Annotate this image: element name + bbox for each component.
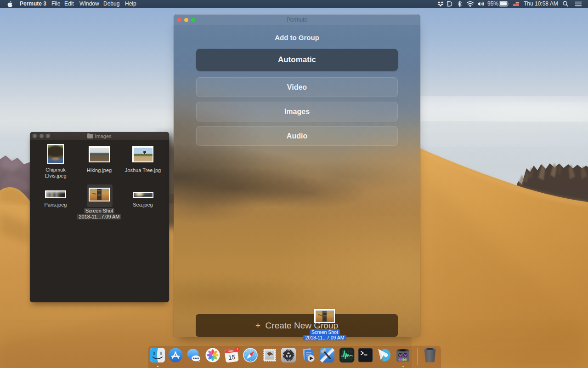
- svg-text:15: 15: [228, 354, 236, 362]
- svg-text:1: 1: [237, 347, 238, 351]
